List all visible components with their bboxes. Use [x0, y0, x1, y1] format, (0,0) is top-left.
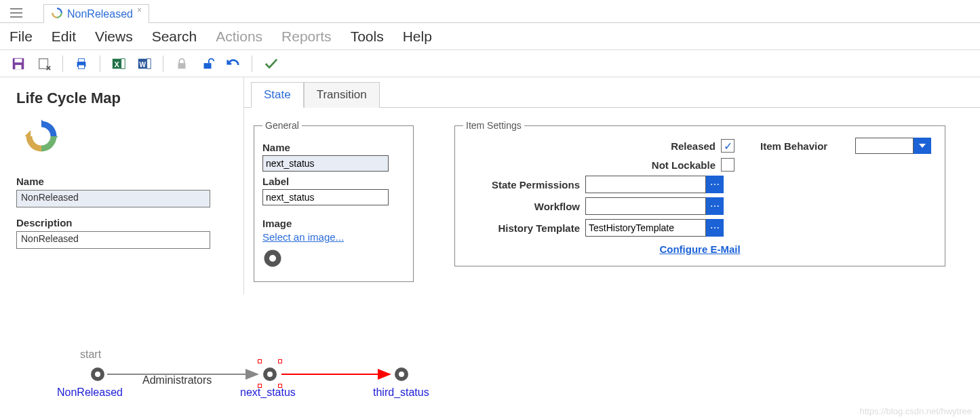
state-permissions-lookup-button[interactable]: ⋯: [706, 176, 724, 193]
history-template-lookup-button[interactable]: ⋯: [706, 219, 724, 237]
svg-rect-15: [147, 58, 151, 68]
selection-handle[interactable]: [278, 359, 282, 363]
workflow-input[interactable]: [585, 197, 706, 215]
menu-tools[interactable]: Tools: [351, 28, 384, 45]
start-label: start: [80, 348, 101, 361]
menu-file[interactable]: File: [9, 28, 33, 45]
chevron-down-icon[interactable]: [914, 138, 931, 154]
general-fieldset: General Name Label Image Select an image…: [254, 120, 414, 282]
configure-email-link[interactable]: Configure E-Mail: [659, 243, 740, 255]
item-behavior-label: Item Behavior: [760, 140, 855, 152]
node-third-status[interactable]: [393, 366, 410, 384]
print-icon[interactable]: [73, 55, 90, 73]
svg-point-22: [269, 255, 276, 262]
lock-icon: [173, 55, 191, 73]
released-checkbox[interactable]: ✓: [721, 139, 734, 153]
menu-actions: Actions: [216, 28, 262, 45]
menu-help[interactable]: Help: [403, 28, 432, 45]
state-name-input[interactable]: [262, 155, 389, 172]
tab-title: NonReleased: [67, 8, 133, 20]
description-label: Description: [16, 217, 227, 228]
svg-rect-4: [15, 58, 22, 62]
word-icon[interactable]: W: [136, 55, 153, 73]
document-tab[interactable]: NonReleased ×: [43, 4, 149, 23]
not-lockable-label: Not Lockable: [585, 159, 721, 171]
state-permissions-input[interactable]: [585, 176, 706, 193]
state-image-icon: [262, 248, 405, 271]
workflow-label: Workflow: [463, 201, 585, 212]
svg-point-33: [399, 372, 404, 377]
name-label: Name: [16, 176, 227, 187]
svg-rect-12: [121, 58, 125, 68]
svg-text:W: W: [139, 60, 146, 68]
undo-icon[interactable]: [224, 55, 242, 73]
separator: [62, 56, 63, 72]
close-icon[interactable]: ×: [137, 5, 142, 15]
separator: [252, 56, 252, 72]
not-lockable-checkbox[interactable]: [721, 158, 734, 172]
node-next-status[interactable]: [262, 366, 278, 384]
menubar: File Edit Views Search Actions Reports T…: [0, 23, 980, 50]
node-nonreleased-label: NonReleased: [57, 386, 123, 399]
separator: [163, 56, 163, 72]
svg-rect-8: [78, 58, 84, 62]
svg-rect-9: [78, 64, 84, 68]
tab-transition[interactable]: Transition: [304, 82, 380, 108]
selection-handle[interactable]: [258, 359, 262, 363]
tab-state[interactable]: State: [251, 82, 304, 108]
svg-rect-6: [39, 58, 48, 68]
toolbar: X W: [0, 50, 980, 77]
node-third-status-label: third_status: [373, 386, 429, 399]
history-template-label: History Template: [463, 222, 585, 234]
excel-icon[interactable]: X: [110, 55, 128, 73]
svg-point-31: [267, 372, 273, 377]
delete-icon[interactable]: [35, 55, 53, 73]
svg-rect-16: [178, 63, 186, 68]
page-title: Life Cycle Map: [16, 89, 227, 107]
svg-point-29: [95, 372, 100, 377]
history-template-input[interactable]: [585, 219, 706, 237]
released-label: Released: [585, 140, 721, 152]
left-panel: Life Cycle Map Name NonReleased Descript…: [0, 77, 244, 294]
lifecycle-diagram[interactable]: start NonReleased Administrators next_st…: [54, 339, 529, 407]
svg-rect-17: [204, 63, 212, 68]
general-legend: General: [262, 120, 302, 131]
node-nonreleased[interactable]: [90, 366, 106, 384]
state-name-label: Name: [262, 142, 405, 153]
name-field[interactable]: NonReleased: [16, 190, 210, 207]
svg-rect-5: [15, 64, 21, 68]
separator: [100, 56, 100, 72]
lifecycle-icon: [23, 118, 227, 157]
right-panel: State Transition General Name Label Imag…: [244, 77, 980, 294]
image-label: Image: [262, 218, 405, 229]
check-icon[interactable]: [262, 55, 279, 73]
description-field[interactable]: NonReleased: [16, 231, 210, 249]
item-settings-fieldset: Item Settings Released ✓ Item Behavior N…: [454, 120, 945, 266]
item-behavior-dropdown[interactable]: [855, 138, 937, 154]
workflow-lookup-button[interactable]: ⋯: [706, 197, 724, 215]
svg-marker-23: [919, 144, 926, 148]
watermark: https://blog.csdn.net/hwytree: [860, 406, 972, 416]
cycle-icon: [51, 7, 63, 21]
svg-text:X: X: [115, 60, 120, 68]
unlock-icon[interactable]: [199, 55, 216, 73]
menu-reports: Reports: [281, 28, 332, 45]
menu-search[interactable]: Search: [152, 28, 197, 45]
node-next-status-label: next_status: [240, 386, 296, 399]
state-label-input[interactable]: [262, 189, 389, 205]
svg-marker-20: [24, 130, 31, 136]
state-label-label: Label: [262, 176, 405, 187]
menu-edit[interactable]: Edit: [52, 28, 76, 45]
state-permissions-label: State Permissions: [463, 179, 585, 191]
menu-toggle-icon[interactable]: [5, 3, 27, 22]
save-icon[interactable]: [9, 55, 27, 73]
item-settings-legend: Item Settings: [463, 120, 524, 131]
edge-label: Administrators: [142, 374, 212, 386]
menu-views[interactable]: Views: [95, 28, 133, 45]
select-image-link[interactable]: Select an image...: [262, 231, 344, 243]
